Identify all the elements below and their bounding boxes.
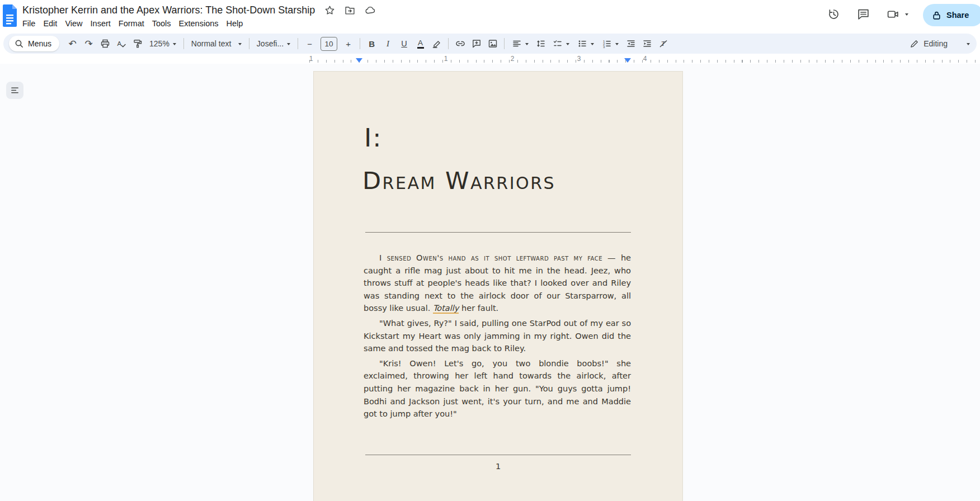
- chevron-down-icon: [967, 43, 970, 47]
- star-icon[interactable]: [324, 5, 335, 16]
- doc-text-run[interactable]: "What gives, Ry?" I said, pulling one St…: [364, 319, 631, 353]
- editing-mode-select[interactable]: Editing: [908, 39, 971, 49]
- decrease-font-size-button[interactable]: −: [302, 36, 317, 51]
- chevron-down-icon: [173, 43, 176, 47]
- chapter-title[interactable]: Dream Warriors: [362, 167, 555, 195]
- lock-icon: [932, 11, 941, 20]
- chevron-down-icon: [905, 13, 908, 17]
- ruler-number: 2: [511, 55, 515, 63]
- horizontal-divider: [365, 232, 631, 233]
- toolbar: Menus ↶ ↷ A 125% Normal text Josefi... −…: [3, 34, 977, 54]
- footer-divider: [365, 455, 631, 455]
- doc-text-run[interactable]: I sensed Owen's hand as it shot leftward…: [379, 253, 621, 262]
- doc-paragraph[interactable]: I sensed Owen's hand as it shot leftward…: [364, 252, 631, 315]
- ruler-number: 1: [309, 55, 313, 63]
- document-tabs-toggle-button[interactable]: [6, 82, 23, 99]
- toolbar-divider: [298, 38, 298, 49]
- menus-search-button[interactable]: Menus: [9, 36, 59, 51]
- doc-text-run[interactable]: "Kris! Owen! Let's go, you two blondie b…: [364, 359, 631, 418]
- pencil-icon: [910, 39, 919, 49]
- italic-button[interactable]: I: [380, 36, 395, 51]
- paint-format-button[interactable]: [130, 36, 145, 51]
- menu-edit[interactable]: Edit: [39, 18, 61, 29]
- menu-view[interactable]: View: [61, 18, 86, 29]
- zoom-select[interactable]: 125%: [146, 36, 180, 51]
- meet-call-control[interactable]: [887, 8, 908, 21]
- document-title[interactable]: Kristopher Kerrin and the Apex Warriors:…: [22, 4, 315, 16]
- zoom-value: 125%: [149, 39, 169, 48]
- menu-tools[interactable]: Tools: [148, 18, 175, 29]
- align-button[interactable]: [508, 36, 532, 51]
- google-docs-logo-icon[interactable]: [2, 4, 18, 27]
- chevron-down-icon: [238, 43, 242, 47]
- chevron-down-icon: [566, 43, 569, 47]
- menus-label: Menus: [28, 39, 51, 48]
- bold-button[interactable]: B: [364, 36, 379, 51]
- highlight-color-button[interactable]: [429, 36, 444, 51]
- document-page[interactable]: I: Dream Warriors I sensed Owen's hand a…: [314, 72, 682, 501]
- video-call-icon: [887, 8, 899, 21]
- paragraph-style-select[interactable]: Normal text: [188, 36, 245, 51]
- menu-help[interactable]: Help: [223, 18, 247, 29]
- checklist-button[interactable]: [549, 36, 573, 51]
- search-icon: [15, 39, 23, 48]
- ruler-number: 4: [643, 55, 647, 63]
- line-spacing-button[interactable]: [533, 36, 548, 51]
- version-history-icon[interactable]: [827, 8, 840, 21]
- menu-file[interactable]: File: [18, 18, 39, 29]
- doc-paragraph[interactable]: "Kris! Owen! Let's go, you two blondie b…: [364, 357, 631, 420]
- print-button[interactable]: [97, 36, 112, 51]
- cloud-status-icon[interactable]: [365, 5, 376, 16]
- toolbar-divider: [183, 38, 184, 49]
- header-actions: [827, 8, 908, 21]
- comments-icon[interactable]: [857, 8, 870, 21]
- clear-formatting-button[interactable]: T: [656, 36, 671, 51]
- menu-extensions[interactable]: Extensions: [175, 18, 223, 29]
- chevron-down-icon: [287, 43, 290, 47]
- insert-image-button[interactable]: [485, 36, 500, 51]
- editing-mode-label: Editing: [924, 39, 948, 48]
- toolbar-divider: [249, 38, 249, 49]
- toolbar-divider: [360, 38, 360, 49]
- doc-paragraphs[interactable]: I sensed Owen's hand as it shot leftward…: [364, 252, 631, 423]
- decrease-indent-button[interactable]: [623, 36, 638, 51]
- chevron-down-icon: [591, 43, 594, 47]
- indent-marker-right[interactable]: [624, 58, 631, 63]
- text-color-button[interactable]: A: [413, 36, 428, 51]
- toolbar-divider: [448, 38, 449, 49]
- menu-insert[interactable]: Insert: [87, 18, 115, 29]
- undo-button[interactable]: ↶: [65, 36, 80, 51]
- menu-format[interactable]: Format: [115, 18, 148, 29]
- numbered-list-button[interactable]: 123: [599, 36, 622, 51]
- doc-text-run[interactable]: Totally: [433, 304, 459, 314]
- svg-text:3: 3: [603, 45, 605, 49]
- chapter-number[interactable]: I:: [364, 123, 382, 153]
- move-folder-icon[interactable]: [345, 5, 355, 16]
- add-comment-button[interactable]: [469, 36, 484, 51]
- share-button[interactable]: Share: [923, 4, 980, 26]
- redo-button[interactable]: ↷: [81, 36, 96, 51]
- ruler-number: 1: [444, 55, 448, 63]
- font-size-input[interactable]: 10: [321, 37, 337, 51]
- indent-marker-left[interactable]: [356, 58, 362, 63]
- toolbar-divider: [504, 38, 505, 49]
- chevron-down-icon: [525, 43, 529, 47]
- bulleted-list-button[interactable]: [574, 36, 597, 51]
- page-number: 1: [365, 462, 631, 471]
- increase-font-size-button[interactable]: +: [341, 36, 356, 51]
- underline-button[interactable]: U: [397, 36, 412, 51]
- increase-indent-button[interactable]: [639, 36, 654, 51]
- font-family-select[interactable]: Josefi...: [253, 36, 294, 51]
- insert-link-button[interactable]: [453, 36, 468, 51]
- font-family-value: Josefi...: [257, 39, 284, 48]
- spelling-check-button[interactable]: A: [114, 36, 129, 51]
- doc-paragraph[interactable]: "What gives, Ry?" I said, pulling one St…: [364, 317, 631, 355]
- app-header: Kristopher Kerrin and the Apex Warriors:…: [0, 0, 980, 32]
- document-canvas: I: Dream Warriors I sensed Owen's hand a…: [0, 64, 980, 501]
- horizontal-ruler[interactable]: 1 1 2 3 4: [0, 55, 980, 64]
- title-block: Kristopher Kerrin and the Apex Warriors:…: [22, 4, 376, 29]
- svg-text:A: A: [117, 40, 121, 47]
- ruler-number: 3: [577, 55, 581, 63]
- chevron-down-icon: [615, 43, 619, 47]
- doc-text-run[interactable]: her fault.: [459, 304, 498, 313]
